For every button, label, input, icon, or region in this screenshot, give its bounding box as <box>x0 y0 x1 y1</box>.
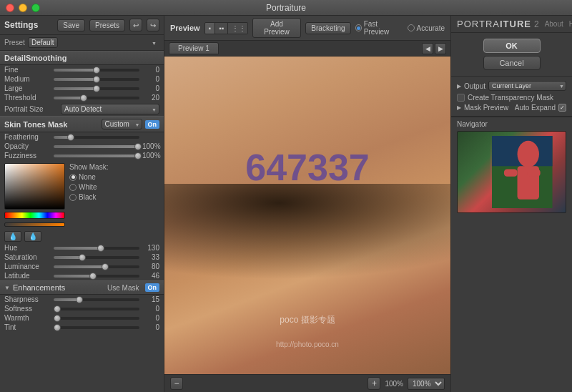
next-preview-btn[interactable]: ▶ <box>435 43 446 54</box>
preview-image: 647337 poco 摄影专题 http://photo.poco.cn <box>164 57 450 374</box>
minimize-button[interactable] <box>19 4 27 12</box>
navigator-label: Navigator <box>457 120 566 128</box>
skin-tones-header: Skin Tones Mask Custom On <box>0 116 164 132</box>
lum-value: 80 <box>142 263 159 270</box>
portrait-size-select[interactable]: Auto Detect <box>61 104 159 114</box>
mask-black-radio[interactable] <box>69 194 77 201</box>
lat-slider[interactable] <box>54 275 139 278</box>
right-header-links: About Help <box>545 20 572 28</box>
zoom-dropdown[interactable]: 100% 50% 200% Fit <box>408 378 445 390</box>
create-transparency-checkbox[interactable] <box>457 94 465 102</box>
medium-label: Medium <box>4 75 51 83</box>
accurate-option[interactable]: Accurate <box>408 24 445 32</box>
feathering-slider[interactable] <box>54 136 139 139</box>
zoom-in-btn[interactable]: + <box>368 377 380 390</box>
mask-white-radio[interactable] <box>69 184 77 191</box>
sat-label: Saturation <box>4 253 51 261</box>
alpha-bar[interactable] <box>4 222 65 227</box>
zoom-out-btn[interactable]: − <box>170 377 183 390</box>
preview-bottom-bar: − + 100% 100% 50% 200% Fit <box>164 374 450 392</box>
add-preview-button[interactable]: Add Preview <box>252 18 302 38</box>
sharpness-slider[interactable] <box>54 298 139 301</box>
output-select[interactable]: Current Layer <box>488 81 566 91</box>
cancel-button[interactable]: Cancel <box>483 56 541 70</box>
eyedropper-btn-1[interactable]: 💧 <box>4 231 21 242</box>
mask-preview-label[interactable]: Mask Preview <box>464 104 508 112</box>
main-container: Settings Save Presets ↩ ↪ Preset Default… <box>0 16 572 392</box>
lum-slider[interactable] <box>54 265 139 268</box>
skin-on-badge[interactable]: On <box>145 120 160 129</box>
undo-button[interactable]: ↩ <box>129 19 142 31</box>
color-gradient[interactable] <box>4 163 65 210</box>
mask-black-label: Black <box>79 193 96 201</box>
tint-slider[interactable] <box>54 326 139 329</box>
fuzziness-row: Fuzziness 100% <box>0 151 164 160</box>
portraiture-version: 2 <box>534 19 539 29</box>
softness-value: 0 <box>142 305 159 313</box>
mask-none-radio[interactable] <box>69 174 77 181</box>
fine-slider[interactable] <box>54 69 139 72</box>
fuzziness-slider[interactable] <box>54 155 139 157</box>
redo-button[interactable]: ↪ <box>147 19 159 31</box>
sharpness-row: Sharpness 15 <box>0 295 164 304</box>
enhancements-title: Enhancements <box>13 283 65 292</box>
portraiture-title: PORTRAITURE <box>457 19 531 29</box>
close-button[interactable] <box>6 4 14 12</box>
mask-none-option[interactable]: None <box>69 173 108 181</box>
sat-slider[interactable] <box>54 256 139 259</box>
large-label: Large <box>4 84 51 92</box>
bracketing-button[interactable]: Bracketing <box>305 22 350 34</box>
show-mask-label: Show Mask: <box>69 163 108 171</box>
about-link[interactable]: About <box>545 20 563 28</box>
mask-white-option[interactable]: White <box>69 183 108 191</box>
navigator-svg <box>490 136 555 208</box>
auto-expand-checkbox[interactable] <box>558 104 566 112</box>
lum-row: Luminance 80 <box>0 262 164 271</box>
single-view-btn[interactable]: ▪ <box>205 23 216 34</box>
detail-smoothing-header: DetailSmoothing <box>0 51 164 65</box>
preview-tab-1[interactable]: Preview 1 <box>169 42 219 54</box>
navigator-thumbnail[interactable] <box>457 131 566 213</box>
prev-preview-btn[interactable]: ◀ <box>422 43 433 54</box>
threshold-slider[interactable] <box>54 97 139 99</box>
maximize-button[interactable] <box>31 4 40 12</box>
help-link[interactable]: Help <box>569 20 572 28</box>
hue-slider[interactable] <box>54 247 139 250</box>
warmth-label: Warmth <box>4 314 51 322</box>
opacity-slider[interactable] <box>54 145 139 148</box>
fast-preview-option[interactable]: Fast Preview <box>355 20 400 36</box>
preset-select[interactable]: Default <box>28 37 58 48</box>
mask-preview-row: ▶ Mask Preview Auto Expand <box>457 104 566 112</box>
preview-tabs-bar: Preview 1 ◀ ▶ <box>164 41 450 57</box>
save-button[interactable]: Save <box>57 19 85 31</box>
use-mask-on-badge[interactable]: On <box>145 283 160 292</box>
multi-view-btn[interactable]: ⋮⋮ <box>228 23 247 34</box>
mask-preview-triangle: ▶ <box>457 104 461 111</box>
tint-label: Tint <box>4 323 51 331</box>
accurate-radio[interactable] <box>408 24 415 31</box>
fast-preview-radio[interactable] <box>355 24 362 31</box>
presets-button[interactable]: Presets <box>89 19 125 31</box>
svg-rect-5 <box>527 169 541 176</box>
skin-custom-select[interactable]: Custom <box>102 119 142 129</box>
skin-tones-title: Skin Tones Mask <box>4 120 99 129</box>
ok-button[interactable]: OK <box>483 39 541 53</box>
view-mode-buttons: ▪ ▪▪ ⋮⋮ <box>204 22 248 34</box>
auto-expand-label: Auto Expand <box>515 104 556 112</box>
softness-slider[interactable] <box>54 308 139 310</box>
split-view-btn[interactable]: ▪▪ <box>215 23 228 34</box>
fuzziness-value: 100% <box>142 152 159 160</box>
medium-slider[interactable] <box>54 78 139 81</box>
settings-title: Settings <box>4 20 53 30</box>
large-slider[interactable] <box>54 87 139 90</box>
sat-value: 33 <box>142 253 159 261</box>
fast-preview-label: Fast Preview <box>364 20 400 36</box>
sharpness-label: Sharpness <box>4 295 51 303</box>
output-label: Output <box>464 82 485 90</box>
hue-bar[interactable] <box>4 212 65 219</box>
tint-row: Tint 0 <box>0 323 164 332</box>
warmth-slider[interactable] <box>54 317 139 320</box>
mask-black-option[interactable]: Black <box>69 193 108 201</box>
eyedropper-btn-2[interactable]: 💧 <box>24 231 41 242</box>
opacity-label: Opacity <box>4 142 51 150</box>
